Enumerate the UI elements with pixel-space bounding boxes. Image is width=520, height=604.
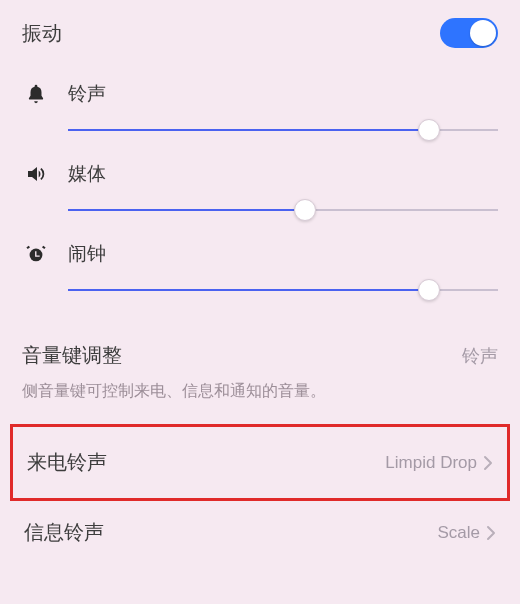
incoming-ringtone-right: Limpid Drop [385, 453, 493, 473]
ring-volume-slider[interactable] [68, 118, 498, 142]
alarm-clock-icon [22, 240, 50, 268]
slider-fill [68, 209, 305, 211]
chevron-right-icon [483, 455, 493, 471]
vibration-label: 振动 [22, 20, 62, 47]
slider-thumb[interactable] [294, 199, 316, 221]
incoming-ringtone-row[interactable]: 来电铃声 Limpid Drop [13, 427, 507, 498]
message-ringtone-value: Scale [437, 523, 480, 543]
message-ringtone-row[interactable]: 信息铃声 Scale [0, 501, 520, 554]
volume-head: 闹钟 [22, 240, 498, 268]
volume-section: 铃声 媒体 闹钟 [0, 58, 520, 314]
volume-item-alarm: 闹钟 [22, 240, 498, 302]
slider-fill [68, 289, 429, 291]
volume-label-alarm: 闹钟 [68, 241, 106, 267]
slider-thumb[interactable] [418, 279, 440, 301]
message-ringtone-right: Scale [437, 523, 496, 543]
bell-icon [22, 80, 50, 108]
volume-head: 铃声 [22, 80, 498, 108]
chevron-right-icon [486, 525, 496, 541]
slider-thumb[interactable] [418, 119, 440, 141]
volume-item-ring: 铃声 [22, 80, 498, 142]
incoming-ringtone-label: 来电铃声 [27, 449, 107, 476]
slider-fill [68, 129, 429, 131]
media-volume-slider[interactable] [68, 198, 498, 222]
volume-key-value: 铃声 [462, 344, 498, 368]
volume-head: 媒体 [22, 160, 498, 188]
incoming-ringtone-highlight: 来电铃声 Limpid Drop [10, 424, 510, 501]
alarm-volume-slider[interactable] [68, 278, 498, 302]
vibration-toggle[interactable] [440, 18, 498, 48]
volume-label-media: 媒体 [68, 161, 106, 187]
speaker-icon [22, 160, 50, 188]
volume-label-ring: 铃声 [68, 81, 106, 107]
incoming-ringtone-value: Limpid Drop [385, 453, 477, 473]
volume-key-row[interactable]: 音量键调整 铃声 [0, 314, 520, 375]
volume-key-description: 侧音量键可控制来电、信息和通知的音量。 [0, 375, 520, 424]
toggle-knob [470, 20, 496, 46]
volume-item-media: 媒体 [22, 160, 498, 222]
message-ringtone-label: 信息铃声 [24, 519, 104, 546]
volume-key-title: 音量键调整 [22, 342, 122, 369]
vibration-row: 振动 [0, 0, 520, 58]
